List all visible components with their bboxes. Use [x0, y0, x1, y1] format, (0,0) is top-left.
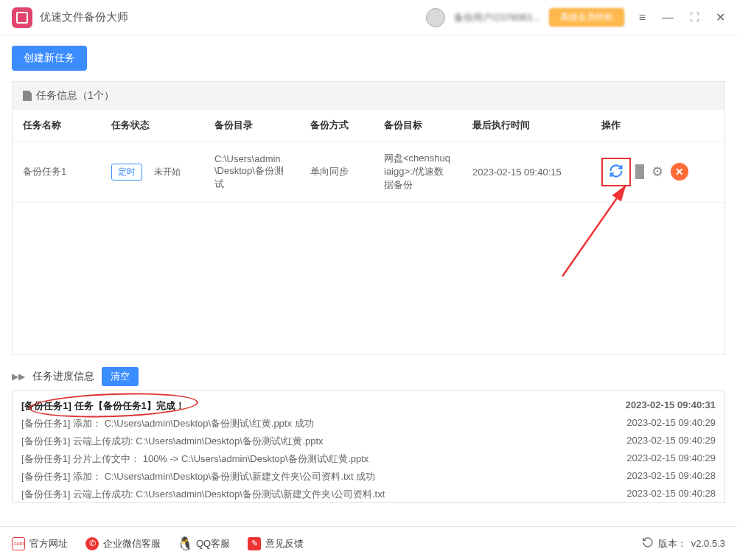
cell-status: 定时 未开始	[101, 141, 204, 203]
log-message: [备份任务1] 分片上传文中： 100% -> C:\Users\admin\D…	[21, 452, 612, 466]
log-time: 2023-02-15 09:40:29	[626, 452, 716, 466]
log-row: [备份任务1] 添加： C:\Users\admin\Desktop\备份测试\…	[21, 415, 716, 433]
progress-panel: ▶▶ 任务进度信息 清空 [备份任务1] 任务【备份任务1】完成！2023-02…	[12, 363, 725, 503]
maximize-icon[interactable]: ⛶	[690, 12, 699, 23]
app-title: 优速文件备份大师	[40, 10, 426, 24]
log-time: 2023-02-15 09:40:29	[626, 417, 716, 430]
status-tag-scheduled: 定时	[111, 164, 142, 181]
close-icon[interactable]: ✕	[716, 10, 725, 24]
file-icon	[23, 91, 32, 101]
log-message: [备份任务1] 云端上传成功: C:\Users\admin\Desktop\备…	[21, 435, 612, 448]
window-controls: ≡ — ⛶ ✕	[639, 10, 725, 24]
log-row: [备份任务1] 添加： C:\Users\admin\Desktop\备份测试\…	[21, 468, 716, 486]
cell-method: 单向同步	[300, 141, 374, 203]
feedback-link[interactable]: ✎ 意见反馈	[248, 537, 304, 550]
clear-button[interactable]: 清空	[102, 367, 139, 386]
menu-icon[interactable]: ≡	[639, 11, 646, 24]
footer: .com 官方网址 ✆ 企业微信客服 🐧 QQ客服 ✎ 意见反馈 版本： v2.…	[0, 526, 737, 560]
qq-link[interactable]: 🐧 QQ客服	[178, 537, 230, 550]
titlebar: 优速文件备份大师 备份用户/2378063... 高级会员特权 ≡ — ⛶ ✕	[0, 0, 737, 35]
minimize-icon[interactable]: —	[662, 11, 674, 24]
task-table: 任务名称 任务状态 备份目录 备份方式 备份目标 最后执行时间 操作 备份任务1…	[13, 110, 724, 203]
table-empty-area	[13, 203, 724, 354]
log-time: 2023-02-15 09:40:28	[626, 470, 716, 483]
sync-icon[interactable]	[609, 164, 624, 181]
delete-icon[interactable]: ✕	[671, 163, 688, 181]
task-panel-header: 任务信息（1个）	[13, 82, 724, 110]
settings-icon[interactable]: ⚙	[649, 163, 666, 181]
official-link[interactable]: .com 官方网址	[12, 537, 68, 550]
wechat-icon: ✆	[85, 537, 99, 550]
cell-actions: ⚙ ✕	[591, 141, 724, 203]
create-task-button[interactable]: 创建新任务	[12, 46, 87, 71]
refresh-icon[interactable]	[642, 536, 654, 550]
log-time: 2023-02-15 09:40:29	[626, 435, 716, 448]
log-message: [备份任务1] 任务【备份任务1】完成！	[21, 399, 611, 413]
status-text: 未开始	[148, 164, 186, 180]
log-row: [备份任务1] 云端上传成功: C:\Users\admin\Desktop\备…	[21, 486, 716, 503]
vip-badge[interactable]: 高级会员特权	[549, 8, 624, 27]
main-toolbar: 创建新任务	[0, 35, 737, 81]
col-name: 任务名称	[13, 110, 101, 141]
col-lastrun: 最后执行时间	[462, 110, 591, 141]
avatar-icon	[426, 8, 445, 27]
progress-title: 任务进度信息	[32, 370, 94, 383]
cell-target: 网盘<chenshuqiaigg>:/优速数据备份	[374, 141, 462, 203]
log-time: 2023-02-15 09:40:28	[626, 488, 716, 501]
progress-header: ▶▶ 任务进度信息 清空	[12, 363, 725, 391]
log-time: 2023-02-15 09:40:31	[626, 399, 716, 413]
separator-icon	[635, 164, 644, 179]
col-status: 任务状态	[101, 110, 204, 141]
task-panel-title: 任务信息（1个）	[36, 89, 114, 102]
qq-icon: 🐧	[178, 537, 192, 550]
log-box[interactable]: [备份任务1] 任务【备份任务1】完成！2023-02-15 09:40:31[…	[12, 391, 725, 503]
user-label: 备份用户/2378063...	[454, 11, 540, 24]
web-icon: .com	[12, 537, 25, 550]
cell-dir: C:\Users\admin\Desktop\备份测试	[204, 141, 300, 203]
log-row: [备份任务1] 云端上传成功: C:\Users\admin\Desktop\备…	[21, 433, 716, 450]
user-area[interactable]: 备份用户/2378063... 高级会员特权	[426, 8, 624, 27]
log-message: [备份任务1] 云端上传成功: C:\Users\admin\Desktop\备…	[21, 488, 612, 501]
col-method: 备份方式	[300, 110, 374, 141]
cell-lastrun: 2023-02-15 09:40:15	[462, 141, 591, 203]
version-info: 版本： v2.0.5.3	[642, 536, 725, 550]
log-message: [备份任务1] 添加： C:\Users\admin\Desktop\备份测试\…	[21, 417, 612, 430]
table-row[interactable]: 备份任务1 定时 未开始 C:\Users\admin\Desktop\备份测试…	[13, 141, 724, 203]
sync-highlight-box	[601, 158, 631, 186]
log-row: [备份任务1] 分片上传文中： 100% -> C:\Users\admin\D…	[21, 450, 716, 468]
log-row: [备份任务1] 任务【备份任务1】完成！2023-02-15 09:40:31	[21, 397, 716, 415]
feedback-icon: ✎	[248, 537, 261, 550]
col-actions: 操作	[591, 110, 724, 141]
wechat-link[interactable]: ✆ 企业微信客服	[85, 537, 161, 550]
log-message: [备份任务1] 添加： C:\Users\admin\Desktop\备份测试\…	[21, 470, 612, 483]
app-logo-icon	[12, 7, 32, 28]
task-info-panel: 任务信息（1个） 任务名称 任务状态 备份目录 备份方式 备份目标 最后执行时间…	[12, 81, 725, 355]
cell-name: 备份任务1	[13, 141, 101, 203]
chevron-right-icon[interactable]: ▶▶	[12, 371, 25, 382]
col-dir: 备份目录	[204, 110, 300, 141]
col-target: 备份目标	[374, 110, 462, 141]
